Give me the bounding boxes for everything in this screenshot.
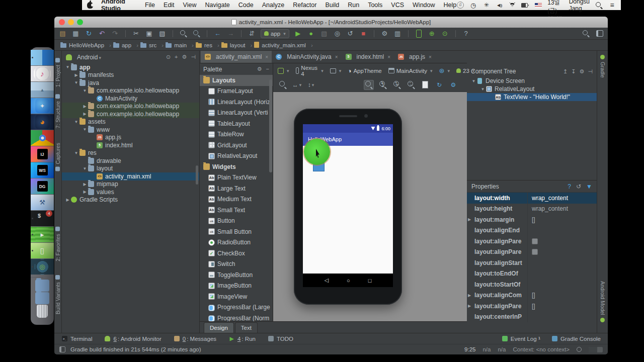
expand-arrow-icon[interactable]: ▶ bbox=[73, 73, 79, 77]
inspection-profile-icon[interactable] bbox=[577, 347, 582, 352]
fit-width-icon[interactable]: ↔ bbox=[292, 80, 302, 90]
minimize-icon[interactable]: − bbox=[266, 66, 269, 72]
volume-icon[interactable] bbox=[496, 2, 503, 9]
paste-icon[interactable]: ▧ bbox=[158, 29, 167, 38]
expand-arrow-icon[interactable]: ▶ bbox=[82, 112, 88, 116]
close-tab-icon[interactable]: × bbox=[429, 54, 432, 60]
tool-button-android-model[interactable]: Android Model bbox=[597, 281, 608, 322]
search-everywhere-icon[interactable] bbox=[582, 29, 590, 38]
expand-arrow-icon[interactable]: ▼ bbox=[65, 65, 70, 69]
menu-item[interactable]: Edit bbox=[164, 2, 175, 9]
apple-menu-icon[interactable] bbox=[87, 2, 93, 9]
tool-button-project[interactable]: 1: Project bbox=[54, 58, 61, 87]
back-icon[interactable]: ← bbox=[213, 29, 222, 38]
editor-tab[interactable]: app.js × bbox=[394, 51, 435, 63]
breadcrumb-item[interactable]: src bbox=[140, 42, 164, 48]
open-icon[interactable]: ▤ bbox=[58, 29, 67, 38]
property-checkbox[interactable] bbox=[532, 238, 538, 244]
close-tab-icon[interactable]: × bbox=[265, 54, 268, 60]
rerun-icon[interactable]: ↺ bbox=[346, 29, 355, 38]
paused-sync-icon[interactable] bbox=[456, 2, 464, 9]
project-tree-row[interactable]: ▼ assets bbox=[62, 118, 199, 126]
breadcrumb-item[interactable]: app bbox=[113, 42, 138, 48]
expand-arrow-icon[interactable]: ▶ bbox=[468, 304, 473, 308]
component-tree-row[interactable]: ▼ Device Screen bbox=[467, 77, 597, 85]
menu-item[interactable]: Run bbox=[348, 2, 359, 9]
dock-preview[interactable]: ▲ bbox=[31, 82, 54, 98]
undo-icon[interactable]: ↶ bbox=[98, 29, 106, 38]
palette-item[interactable]: ImageButton bbox=[200, 281, 273, 292]
menu-item[interactable]: Refactor bbox=[293, 2, 316, 9]
project-tree-row[interactable]: ▶ com.example.iolo.hellowebapp bbox=[62, 110, 199, 118]
palette-item[interactable]: CheckBox bbox=[200, 248, 273, 259]
toolbar-separator[interactable] bbox=[455, 30, 456, 37]
zoom-actual-icon[interactable]: 1 bbox=[378, 80, 388, 90]
refresh-preview-icon[interactable]: ↻ bbox=[434, 80, 444, 90]
layout-inspector-icon[interactable]: ▥ bbox=[393, 29, 402, 38]
breadcrumb-item[interactable]: main bbox=[166, 42, 194, 48]
settings-icon[interactable]: ⚙ bbox=[257, 66, 262, 72]
collapse-all-icon[interactable]: ⊙ bbox=[166, 54, 171, 60]
tool-button-favorites[interactable]: 2: Favorites bbox=[54, 227, 61, 261]
menu-item[interactable]: Code bbox=[238, 2, 254, 9]
zoom-button[interactable] bbox=[77, 19, 83, 25]
zoom-out-icon[interactable]: − bbox=[406, 80, 416, 90]
project-tree-row[interactable]: ▼ res bbox=[62, 149, 199, 157]
menu-item[interactable]: Window bbox=[413, 2, 435, 9]
toolbar-separator[interactable] bbox=[207, 30, 207, 37]
tool-window-toggle-icon[interactable] bbox=[59, 346, 65, 352]
project-structure-icon[interactable]: ⚙ bbox=[380, 29, 389, 38]
project-tree-row[interactable]: drawable bbox=[62, 157, 199, 165]
editor-tab[interactable]: MainActivity.java × bbox=[272, 51, 341, 63]
editor-tab[interactable]: index.html × bbox=[342, 51, 394, 63]
tool-button-gradle-console[interactable]: Gradle Console bbox=[551, 336, 601, 342]
palette-scrollbar[interactable] bbox=[269, 79, 272, 172]
palette-item[interactable]: TableLayout bbox=[200, 118, 273, 129]
palette-section-widgets[interactable]: Widgets bbox=[200, 161, 273, 172]
component-tree-row[interactable]: TextView - "Hello World!" bbox=[467, 93, 597, 101]
project-tree-row[interactable]: ▼ www bbox=[62, 126, 199, 134]
expand-arrow-icon[interactable]: ▼ bbox=[480, 87, 486, 92]
palette-item[interactable]: LinearLayout (Horiz bbox=[200, 97, 273, 108]
locale-select[interactable]: ⊛ bbox=[439, 67, 450, 74]
replace-icon[interactable] bbox=[192, 29, 201, 38]
help-icon[interactable]: ? bbox=[462, 29, 470, 38]
run-icon[interactable]: ▶ bbox=[294, 29, 302, 38]
dock-xcode[interactable]: ⚒ bbox=[31, 195, 54, 210]
palette-item[interactable]: GridLayout bbox=[200, 140, 273, 151]
property-row[interactable]: ▶ layout:margin [] bbox=[467, 214, 597, 225]
property-row[interactable]: ▶ layout:alignCom [] bbox=[467, 290, 597, 301]
menu-item[interactable]: Build bbox=[325, 2, 339, 9]
save-all-icon[interactable]: ▦ bbox=[71, 29, 80, 38]
palette-item[interactable]: Button bbox=[200, 216, 273, 227]
dock-trash[interactable] bbox=[37, 305, 48, 318]
expand-arrow-icon[interactable]: ▶ bbox=[468, 217, 473, 222]
filter-icon[interactable]: ▼ bbox=[586, 183, 592, 190]
dock-safari[interactable]: ✦ bbox=[31, 98, 54, 114]
dock-screen-recorder[interactable]: ▶ bbox=[31, 227, 54, 242]
dock-device-simulator[interactable]: ▯ bbox=[31, 243, 54, 258]
palette-item[interactable]: Small Button bbox=[200, 226, 273, 237]
close-tab-icon[interactable]: × bbox=[387, 54, 390, 60]
app-menu-title[interactable]: Android Studio bbox=[101, 0, 136, 12]
device-select[interactable]: Nexus 4 bbox=[296, 65, 324, 77]
property-row[interactable]: ▶ layout:alignPare [] bbox=[467, 301, 597, 312]
toolbar-separator[interactable] bbox=[374, 30, 374, 37]
settings-icon[interactable]: ⚙ bbox=[580, 68, 585, 75]
activity-select[interactable]: MainActivity bbox=[388, 68, 433, 74]
menu-item[interactable]: Tools bbox=[368, 2, 382, 9]
menu-item[interactable]: Help bbox=[444, 2, 457, 9]
project-tree-row[interactable]: ▶ values bbox=[62, 188, 199, 196]
expand-arrow-icon[interactable]: ▼ bbox=[82, 88, 88, 93]
close-tab-icon[interactable]: × bbox=[335, 54, 338, 60]
expand-arrow-icon[interactable]: ▶ bbox=[82, 190, 88, 194]
tool-button-build-variants[interactable]: Build Variants bbox=[54, 275, 61, 314]
dock-separator[interactable] bbox=[31, 275, 54, 279]
tool-button-structure[interactable]: 7: Structure bbox=[54, 94, 61, 128]
palette-item[interactable]: Large Text bbox=[200, 183, 273, 194]
property-row[interactable]: layout:toStartOf bbox=[467, 279, 597, 290]
toolbar-separator[interactable] bbox=[173, 30, 173, 37]
expand-arrow-icon[interactable]: ▶ bbox=[468, 293, 473, 298]
make-project-icon[interactable]: ⇵ bbox=[248, 29, 256, 38]
context-indicator[interactable]: Context: <no context> bbox=[513, 346, 570, 352]
